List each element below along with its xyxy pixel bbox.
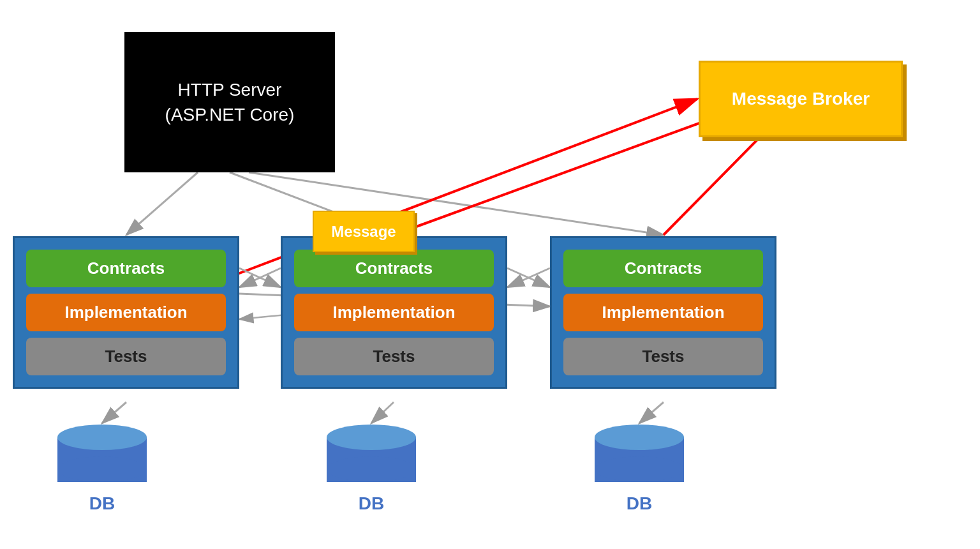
http-server-label: HTTP Server (ASP.NET Core) <box>165 77 295 127</box>
svg-line-16 <box>639 402 664 423</box>
service3-tests: Tests <box>563 338 763 375</box>
db-3-label: DB <box>627 493 652 514</box>
db-2-cylinder <box>327 425 416 488</box>
svg-line-9 <box>239 268 281 287</box>
service1-implementation: Implementation <box>26 294 226 331</box>
svg-line-14 <box>102 402 126 423</box>
service2-contracts: Contracts <box>294 250 494 287</box>
service2-implementation: Implementation <box>294 294 494 331</box>
service-box-1: Contracts Implementation Tests <box>13 236 239 389</box>
svg-line-2 <box>126 172 198 235</box>
db-3-cylinder <box>595 425 684 488</box>
db-1-cylinder <box>57 425 147 488</box>
message-broker-label: Message Broker <box>732 89 870 109</box>
db-1-top <box>57 425 147 450</box>
db-1-label: DB <box>89 493 115 514</box>
svg-line-15 <box>371 402 394 423</box>
service2-tests: Tests <box>294 338 494 375</box>
service-box-2: Contracts Implementation Tests <box>281 236 507 389</box>
service-box-3: Contracts Implementation Tests <box>550 236 776 389</box>
service1-tests: Tests <box>26 338 226 375</box>
message-tag: Message <box>313 211 415 252</box>
db-2-label: DB <box>359 493 384 514</box>
service3-implementation: Implementation <box>563 294 763 331</box>
db-2-bottom <box>327 456 416 482</box>
service3-contracts: Contracts <box>563 250 763 287</box>
db-1-bottom <box>57 456 147 482</box>
db-2-top <box>327 425 416 450</box>
svg-line-11 <box>507 268 550 287</box>
message-broker-box: Message Broker <box>699 61 903 137</box>
svg-line-4 <box>249 172 664 235</box>
db-2-container: DB <box>327 425 416 514</box>
svg-line-10 <box>507 268 550 287</box>
service1-contracts: Contracts <box>26 250 226 287</box>
http-server-box: HTTP Server (ASP.NET Core) <box>124 32 335 172</box>
db-1-container: DB <box>57 425 147 514</box>
message-tag-label: Message <box>331 223 396 241</box>
svg-line-8 <box>239 268 281 287</box>
diagram-container: HTTP Server (ASP.NET Core) Message Broke… <box>0 0 980 549</box>
db-3-container: DB <box>595 425 684 514</box>
db-3-bottom <box>595 456 684 482</box>
db-3-top <box>595 425 684 450</box>
